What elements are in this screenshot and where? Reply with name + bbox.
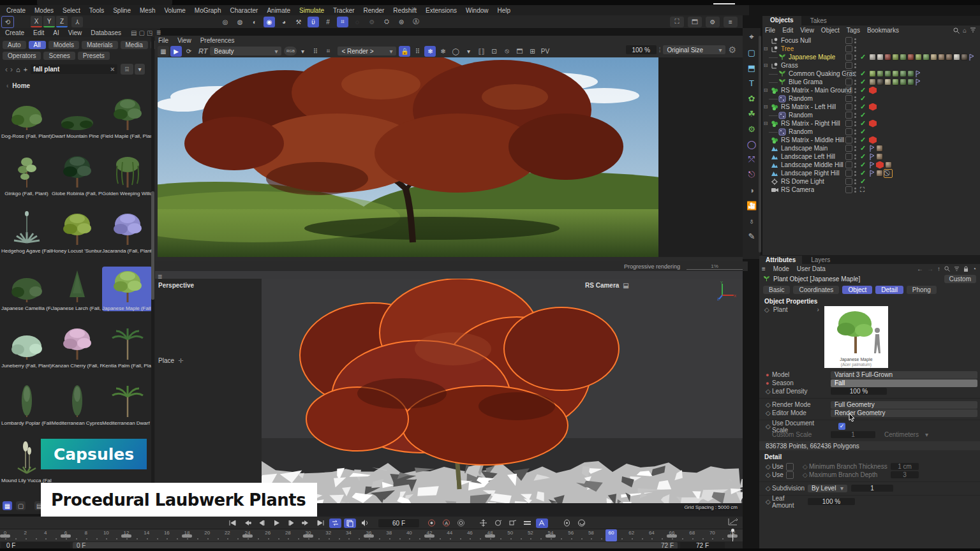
plant-item-jacaranda[interactable]: Jacaranda (Fall, Plant) — [102, 209, 152, 254]
render-pv-icon[interactable]: 🗔 — [688, 17, 702, 27]
attr-filter-icon[interactable] — [954, 267, 960, 272]
focus1-icon[interactable]: ⟦⟧ — [475, 46, 487, 57]
object-item-random-11[interactable]: Random✓ — [762, 128, 980, 136]
axis-mod-icon[interactable]: ⤱ — [743, 152, 760, 167]
autokey-icon[interactable]: A — [440, 518, 452, 528]
place-tool-label[interactable]: Place✛ — [158, 357, 183, 364]
object-item-japanese-maple[interactable]: Japanese Maple✓ — [762, 53, 980, 61]
lock-icon[interactable]: 🔒 — [399, 46, 410, 57]
subdivision-field[interactable]: 1 — [851, 485, 893, 492]
modeling-axis-icon[interactable]: ⊜ — [396, 17, 407, 27]
objects-menu-edit[interactable]: Edit — [782, 27, 793, 34]
range-end-marker[interactable] — [732, 529, 733, 541]
object-item-landscape-middle-hill[interactable]: Landscape Middle Hill✓ — [762, 161, 980, 169]
grid-view2-icon[interactable]: ▢ — [16, 501, 26, 510]
add-icon[interactable]: + — [24, 66, 27, 73]
browser-tab-materials[interactable]: Materials — [82, 41, 118, 49]
playhead[interactable]: 60 — [605, 529, 617, 541]
spline-icon[interactable]: ◯ — [743, 136, 760, 152]
browser-tab-all[interactable]: All — [29, 41, 46, 49]
forward-icon[interactable]: › — [10, 65, 13, 74]
menu-create[interactable]: Create — [6, 7, 26, 14]
attr-back-icon[interactable]: ← — [917, 265, 923, 272]
light-tool-icon[interactable]: ♁ — [743, 213, 760, 228]
db-icon-1[interactable]: ▤ — [131, 29, 137, 36]
tab-layers[interactable]: Layers — [802, 256, 839, 264]
menu-mesh[interactable]: Mesh — [140, 7, 155, 14]
next-frame-icon[interactable] — [285, 518, 297, 528]
camera-swap-icon[interactable]: ⬓ — [623, 282, 628, 289]
renderer-dropdown[interactable]: Beauty▾ — [210, 47, 281, 55]
plant-item-dwarf-mountain-pine[interactable]: Dwarf Mountain Pine (... — [52, 94, 102, 139]
loop-icon[interactable] — [329, 518, 341, 528]
leaf-amount-field[interactable]: 100 % — [808, 498, 855, 505]
object-item-rs-camera[interactable]: RS Camera⛶ — [762, 186, 980, 194]
grid-view-icon[interactable]: ▦ — [3, 501, 12, 510]
sim-cluster-icon[interactable]: ☘ — [743, 106, 760, 121]
pv-icon[interactable]: PV — [539, 46, 551, 57]
browser-menu-create[interactable]: Create — [5, 29, 24, 36]
db-icon-3[interactable]: ◳ — [147, 29, 152, 36]
menu-animate[interactable]: Animate — [267, 7, 290, 14]
doc-copy-icon[interactable] — [344, 518, 356, 528]
browser-menu-edit[interactable]: Edit — [33, 29, 44, 36]
object-item-blue-grama[interactable]: Blue Grama✓ — [762, 78, 980, 86]
objects-menu-file[interactable]: File — [765, 27, 775, 34]
attr-up-icon[interactable]: ↑ — [937, 265, 940, 272]
key-pla-icon[interactable] — [536, 518, 548, 528]
object-item-random-9[interactable]: Random✓ — [762, 111, 980, 119]
editor-mode-dropdown[interactable]: Render Geometry — [831, 409, 977, 417]
leaf-density-field[interactable]: 100 % — [831, 388, 887, 395]
grid-all-icon[interactable]: ⠿ — [412, 46, 423, 57]
dim1-icon[interactable]: ◌ — [352, 17, 363, 27]
object-item-random-7[interactable]: Random✓ — [762, 94, 980, 103]
plant-item-ginkgo[interactable]: Ginkgo (Fall, Plant) — [1, 152, 52, 196]
prev-frame-icon[interactable] — [256, 518, 268, 528]
attr-history-icon[interactable]: ◔ — [972, 265, 976, 272]
keyframe-selection-icon[interactable] — [455, 518, 467, 528]
object-item-tree[interactable]: ⊟Tree — [762, 45, 980, 53]
plant-thumbnail[interactable]: Japanese Maple (Acer palmatum) — [824, 306, 888, 368]
menu-select[interactable]: Select — [63, 7, 80, 14]
menu-extensions[interactable]: Extensions — [426, 7, 457, 14]
sim-gear-icon[interactable]: ⚙ — [743, 121, 760, 136]
rv-menu-file[interactable]: File — [158, 37, 168, 44]
menu-modes[interactable]: Modes — [34, 7, 54, 14]
zoom-field[interactable]: 100 % — [626, 45, 657, 54]
grid-snap-icon[interactable]: ⌗ — [337, 17, 348, 27]
menu-spline[interactable]: Spline — [113, 7, 131, 14]
season-dropdown[interactable]: Fall — [831, 379, 977, 387]
home-icon[interactable]: ⌂ — [963, 27, 967, 34]
key-parameter-icon[interactable] — [521, 518, 533, 528]
plant-item-lombardy-poplar[interactable]: Lombardy Poplar (Fall... — [1, 381, 52, 426]
object-item-rs-matrix-main-ground[interactable]: ⊟RS Matrix - Main Ground✓ — [762, 86, 980, 94]
detail-value-field[interactable]: 1 cm — [891, 463, 919, 470]
axis-lock-y[interactable]: Y — [43, 16, 55, 27]
custom-button[interactable]: Custom — [944, 275, 976, 283]
attr-menu-mode[interactable]: Mode — [773, 265, 789, 272]
plant-item-hedgehog-agave[interactable]: Hedgehog Agave (Fall... — [1, 209, 52, 254]
snapshot2-icon[interactable]: ❄ — [437, 46, 449, 57]
diag-icon[interactable]: ⦸ — [501, 46, 512, 57]
attr-fwd-icon[interactable]: → — [927, 265, 933, 272]
axis-lock-z[interactable]: Z — [56, 16, 68, 27]
object-item-landscape-main[interactable]: Landscape Main✓ — [762, 144, 980, 152]
prev-key-icon[interactable] — [241, 518, 253, 528]
plant-item-juneberry[interactable]: Juneberry (Fall, Plant) — [1, 324, 52, 369]
channel-dropdown-icon[interactable]: ▾ — [297, 46, 308, 57]
model-dropdown[interactable]: Variant 3 Full-Grown — [831, 371, 977, 379]
timeline-ruler[interactable]: 0246810121416182022242628303234363840424… — [0, 529, 743, 542]
plant-expand-icon[interactable]: › — [817, 306, 819, 313]
preview-range-icon[interactable] — [561, 518, 573, 528]
snapshot-icon[interactable]: ❄ — [424, 46, 436, 57]
focus2-icon[interactable]: ⊡ — [488, 46, 500, 57]
objects-scrollbar[interactable] — [759, 36, 761, 253]
objects-menu-view[interactable]: View — [800, 27, 814, 34]
dim2-icon[interactable]: ⚙ — [366, 17, 378, 27]
rv-menu-preferences[interactable]: Preferences — [200, 37, 235, 44]
object-item-landscape-left-hill[interactable]: Landscape Left Hill✓ — [762, 152, 980, 161]
timeline-curve-icon[interactable] — [727, 517, 739, 527]
browser-menu-view[interactable]: View — [68, 29, 82, 36]
attr-menu-userdata[interactable]: User Data — [797, 265, 826, 272]
filter-dropdown-icon[interactable]: ▾ — [135, 64, 145, 75]
